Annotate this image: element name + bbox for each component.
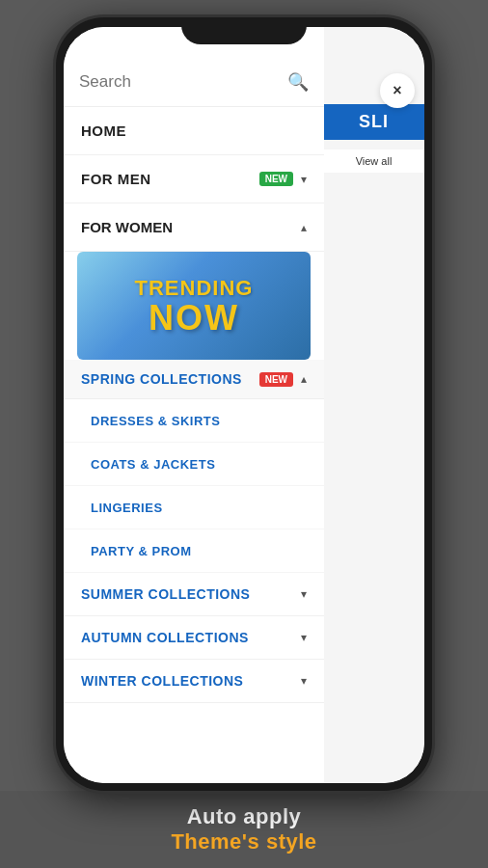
nav-item-home[interactable]: HOME: [64, 107, 324, 155]
sub-item-dresses[interactable]: DRESSES & SKIRTS: [64, 399, 324, 443]
sub-item-label: PARTY & PROM: [91, 544, 191, 558]
spring-label: SPRING COLLECTIONS: [81, 371, 242, 387]
summer-collections-item[interactable]: SUMMER COLLECTIONS ▾: [64, 573, 324, 616]
search-bar: 🔍: [64, 56, 324, 107]
theme-style-text: Theme's style: [171, 829, 316, 854]
slide-badge: SLI: [323, 104, 424, 140]
search-input[interactable]: [79, 72, 287, 92]
summer-label: SUMMER COLLECTIONS: [81, 586, 250, 602]
close-icon: ×: [393, 82, 401, 99]
trending-text: TRENDING NOW: [135, 276, 254, 336]
for-women-label: FOR WOMEN: [81, 219, 173, 235]
trending-banner: TRENDING NOW: [77, 252, 311, 360]
bottom-bar: Auto apply Theme's style: [0, 791, 488, 868]
sub-item-label: COATS & JACKETS: [91, 457, 215, 472]
home-label: HOME: [81, 122, 126, 139]
for-women-chevron: ▴: [301, 221, 307, 234]
winter-label: WINTER COLLECTIONS: [81, 673, 243, 689]
sub-item-label: LINGERIES: [91, 501, 163, 515]
for-men-right: NEW ▾: [259, 172, 307, 186]
for-men-chevron: ▾: [301, 173, 307, 186]
nav-item-for-women[interactable]: FOR WOMEN ▴: [64, 203, 324, 252]
phone-shell: SLI View all 🔍 HOME FOR MEN NEW ▾: [56, 17, 432, 791]
for-men-label: FOR MEN: [81, 171, 151, 187]
spring-right: NEW ▴: [259, 372, 307, 387]
screen: SLI View all 🔍 HOME FOR MEN NEW ▾: [64, 27, 424, 783]
trending-bottom: NOW: [135, 301, 254, 336]
autumn-collections-item[interactable]: AUTUMN COLLECTIONS ▾: [64, 616, 324, 660]
winter-chevron: ▾: [301, 674, 307, 688]
nav-item-for-men[interactable]: FOR MEN NEW ▾: [64, 155, 324, 203]
spring-collections-header[interactable]: SPRING COLLECTIONS NEW ▴: [64, 360, 324, 399]
view-all-button[interactable]: View all: [323, 149, 424, 173]
auto-apply-title: Auto apply: [187, 804, 302, 829]
winter-collections-item[interactable]: WINTER COLLECTIONS ▾: [64, 660, 324, 703]
sub-item-coats[interactable]: COATS & JACKETS: [64, 443, 324, 486]
for-men-badge: NEW: [259, 172, 293, 186]
right-panel: SLI View all: [323, 27, 424, 783]
sub-item-party[interactable]: PARTY & PROM: [64, 529, 324, 573]
notch: [181, 17, 307, 44]
menu-panel: 🔍 HOME FOR MEN NEW ▾ FOR WOMEN ▴: [64, 27, 324, 783]
summer-chevron: ▾: [301, 587, 307, 601]
sub-item-label: DRESSES & SKIRTS: [91, 414, 220, 428]
spring-chevron: ▴: [301, 372, 307, 386]
autumn-label: AUTUMN COLLECTIONS: [81, 630, 249, 645]
autumn-chevron: ▾: [301, 631, 307, 644]
search-icon[interactable]: 🔍: [287, 71, 309, 93]
close-button[interactable]: ×: [380, 73, 415, 108]
sub-item-lingeries[interactable]: LINGERIES: [64, 486, 324, 529]
spring-badge: NEW: [259, 372, 293, 387]
